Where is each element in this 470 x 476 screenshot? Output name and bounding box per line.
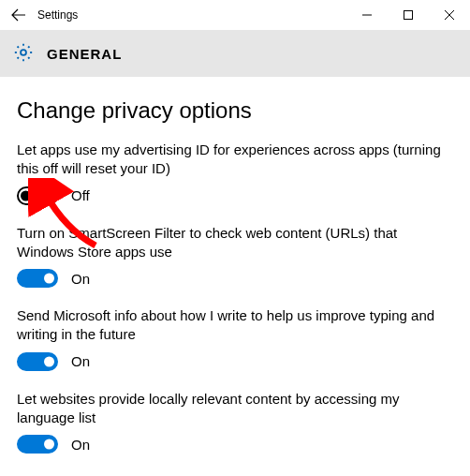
toggle-state-label: On: [71, 353, 90, 369]
toggle-state-label: On: [71, 271, 90, 287]
window-controls: [346, 0, 470, 30]
toggle-smartscreen[interactable]: [17, 269, 58, 288]
gear-icon: [13, 42, 34, 66]
minimize-icon: [362, 10, 372, 20]
header-band: GENERAL: [0, 30, 470, 77]
minimize-button[interactable]: [346, 0, 388, 30]
back-arrow-icon: [11, 7, 26, 22]
option-smartscreen: Turn on SmartScreen Filter to check web …: [17, 224, 453, 289]
toggle-typing-info[interactable]: [17, 352, 58, 371]
content-area: Change privacy options Let apps use my a…: [0, 77, 470, 454]
close-icon: [445, 10, 454, 20]
option-description: Let apps use my advertising ID for exper…: [17, 141, 453, 179]
toggle-advertising-id[interactable]: [17, 186, 58, 205]
option-description: Let websites provide locally relevant co…: [17, 390, 453, 428]
page-title: Change privacy options: [17, 97, 453, 124]
titlebar: Settings: [0, 0, 470, 30]
maximize-icon: [404, 10, 413, 20]
toggle-state-label: On: [71, 437, 90, 453]
option-description: Turn on SmartScreen Filter to check web …: [17, 224, 453, 262]
header-label: GENERAL: [47, 46, 122, 62]
svg-point-1: [21, 50, 26, 55]
toggle-language-list[interactable]: [17, 435, 58, 454]
toggle-state-label: Off: [71, 187, 90, 203]
maximize-button[interactable]: [388, 0, 429, 30]
close-button[interactable]: [429, 0, 470, 30]
window-title: Settings: [37, 8, 78, 22]
option-typing-info: Send Microsoft info about how I write to…: [17, 306, 453, 371]
option-description: Send Microsoft info about how I write to…: [17, 306, 453, 345]
option-advertising-id: Let apps use my advertising ID for exper…: [17, 141, 453, 205]
back-button[interactable]: [0, 0, 37, 30]
option-language-list: Let websites provide locally relevant co…: [17, 390, 453, 454]
svg-rect-0: [404, 11, 413, 20]
